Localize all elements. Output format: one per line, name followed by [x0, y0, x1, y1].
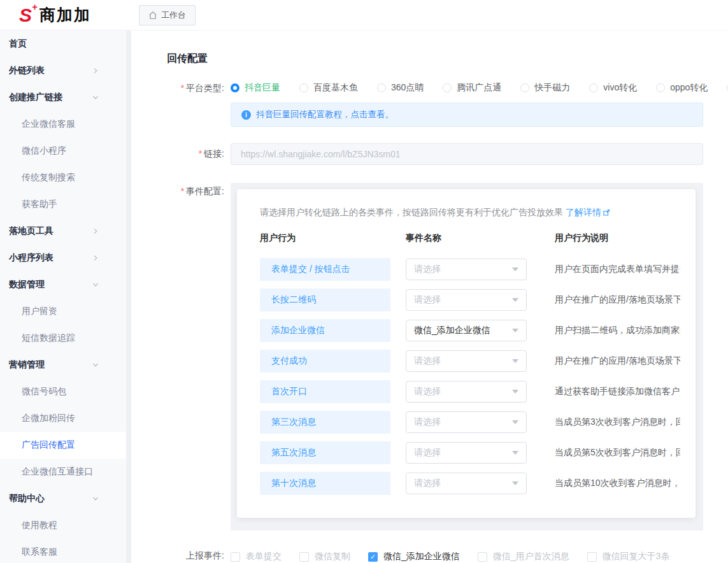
sidebar-item-label: 传统复制搜索 — [22, 172, 75, 183]
behavior-description: 用户扫描二维码，成功添加商家的企业微信 — [555, 325, 680, 336]
platform-radio-3[interactable]: 腾讯广点通 — [443, 82, 501, 94]
sidebar-item-label: 广告回传配置 — [22, 439, 75, 451]
event-select-0[interactable]: 请选择 — [406, 259, 527, 280]
tutorial-alert-text: 抖音巨量回传配置教程，点击查看。 — [256, 109, 394, 120]
event-select-2[interactable]: 微信_添加企业微信 — [406, 320, 527, 341]
sidebar-item-0[interactable]: 首页 — [0, 31, 126, 57]
behavior-description: 用户在页面内完成表单填写并提交 — [555, 264, 680, 275]
checkbox-label: 微信_添加企业微信 — [383, 551, 460, 562]
required-star: * — [181, 186, 184, 196]
checkbox-label: 微信回复大于3条 — [603, 551, 670, 562]
behavior-link-1[interactable]: 长按二维码 — [260, 289, 390, 311]
tab-workbench[interactable]: 工作台 — [139, 5, 196, 25]
behavior-link-4[interactable]: 首次开口 — [260, 380, 390, 403]
behavior-description: 当成员第10次收到客户消息时，回调此事... — [555, 478, 680, 489]
event-select-5[interactable]: 请选择 — [406, 411, 527, 433]
event-config-label: *事件配置: — [167, 183, 224, 531]
learn-more-link[interactable]: 了解详情 — [566, 207, 610, 218]
behavior-link-7[interactable]: 第十次消息 — [260, 472, 390, 495]
event-config-hint: 请选择用户转化链路上的各类事件，按链路回传将更有利于优化广告投放效果 了解详情 — [260, 207, 680, 218]
radio-circle-icon — [377, 83, 386, 92]
sidebar-item-2[interactable]: 创建推广链接 — [0, 84, 126, 111]
sidebar-item-5[interactable]: 传统复制搜索 — [0, 164, 126, 191]
checked-box-icon: ✓ — [368, 552, 378, 562]
sidebar-item-label: 短信数据追踪 — [22, 332, 75, 344]
chevron-down-icon — [92, 495, 99, 502]
event-select-1[interactable]: 请选择 — [406, 289, 527, 311]
event-select-4[interactable]: 请选择 — [406, 381, 527, 403]
behavior-link-0[interactable]: 表单提交 / 按钮点击 — [260, 258, 390, 281]
report-events-label: 上报事件: — [167, 547, 224, 563]
caret-down-icon — [512, 359, 518, 363]
radio-label: 360点睛 — [391, 82, 424, 94]
behavior-link-6[interactable]: 第五次消息 — [260, 441, 390, 464]
sidebar-divider — [126, 31, 131, 563]
platform-radio-1[interactable]: 百度基木鱼 — [299, 82, 358, 94]
logo-s-icon: S+ — [19, 6, 32, 25]
sidebar-item-16[interactable]: 企业微信互通接口 — [0, 459, 126, 485]
chevron-right-icon — [92, 227, 99, 235]
chevron-down-icon — [92, 94, 99, 101]
report-checkbox-0-1[interactable]: 微信复制 — [299, 551, 350, 562]
sidebar-item-6[interactable]: 获客助手 — [0, 191, 126, 218]
chevron-down-icon — [92, 361, 99, 369]
unchecked-box-icon — [587, 552, 597, 562]
radio-circle-icon — [299, 83, 308, 92]
sidebar-item-8[interactable]: 小程序列表 — [0, 245, 126, 271]
tutorial-alert[interactable]: i 抖音巨量回传配置教程，点击查看。 — [231, 103, 703, 127]
platform-radio-6[interactable]: oppo转化 — [656, 82, 708, 94]
logo-title: 商加加 — [39, 4, 91, 25]
radio-circle-icon — [656, 83, 665, 92]
sidebar-item-15[interactable]: 广告回传配置 — [0, 432, 126, 459]
sidebar-item-1[interactable]: 外链列表 — [0, 57, 126, 84]
event-table-row: 首次开口请选择通过获客助手链接添加微信客户后，当微... — [260, 376, 680, 407]
sidebar-item-4[interactable]: 微信小程序 — [0, 138, 126, 164]
sidebar-item-label: 微信号码包 — [22, 386, 66, 397]
event-table-row: 第十次消息请选择当成员第10次收到客户消息时，回调此事... — [260, 468, 680, 499]
sidebar-item-17[interactable]: 帮助中心 — [0, 485, 126, 512]
radio-label: vivo转化 — [603, 82, 637, 94]
event-select-6[interactable]: 请选择 — [406, 442, 527, 464]
event-config-row: *事件配置: 请选择用户转化链路上的各类事件，按链路回传将更有利于优化广告投放效… — [167, 183, 703, 531]
caret-down-icon — [512, 298, 518, 302]
sidebar-item-3[interactable]: 企业微信客服 — [0, 111, 126, 138]
checkbox-label: 微信_用户首次消息 — [493, 551, 569, 562]
platform-radio-2[interactable]: 360点睛 — [377, 82, 424, 94]
sidebar-item-13[interactable]: 微信号码包 — [0, 378, 126, 405]
report-checkbox-0-3[interactable]: 微信_用户首次消息 — [478, 551, 569, 562]
platform-radio-0[interactable]: 抖音巨量 — [231, 82, 280, 94]
report-checkbox-0-4[interactable]: 微信回复大于3条 — [587, 551, 670, 562]
sidebar-item-7[interactable]: 落地页工具 — [0, 218, 126, 245]
sidebar-item-19[interactable]: 联系客服 — [0, 539, 126, 563]
sidebar-item-label: 企业微信互通接口 — [22, 466, 93, 478]
radio-circle-icon — [520, 83, 529, 92]
event-select-3[interactable]: 请选择 — [406, 350, 527, 372]
sidebar-item-10[interactable]: 用户留资 — [0, 298, 126, 325]
radio-circle-icon — [231, 83, 239, 92]
sidebar-item-label: 落地页工具 — [9, 225, 54, 237]
platform-type-label: *平台类型: — [167, 80, 224, 127]
event-select-7[interactable]: 请选择 — [406, 473, 527, 494]
sidebar-item-label: 首页 — [9, 38, 27, 50]
radio-label: oppo转化 — [670, 82, 708, 94]
sidebar-item-label: 微信小程序 — [22, 145, 66, 157]
behavior-link-5[interactable]: 第三次消息 — [260, 411, 390, 434]
chevron-down-icon — [92, 281, 99, 289]
event-select-value: 请选择 — [414, 355, 512, 367]
sidebar-item-14[interactable]: 企微加粉回传 — [0, 405, 126, 432]
sidebar-item-12[interactable]: 营销管理 — [0, 352, 126, 378]
report-checkbox-0-2[interactable]: ✓微信_添加企业微信 — [368, 551, 460, 562]
sidebar-item-18[interactable]: 使用教程 — [0, 512, 126, 539]
report-checkbox-0-0[interactable]: 表单提交 — [231, 551, 282, 562]
platform-type-row: *平台类型: 抖音巨量百度基木鱼360点睛腾讯广点通快手磁力vivo转化oppo… — [167, 80, 703, 127]
sidebar-item-11[interactable]: 短信数据追踪 — [0, 325, 126, 352]
sidebar-item-label: 使用教程 — [22, 520, 57, 531]
platform-radio-5[interactable]: vivo转化 — [589, 82, 637, 94]
event-select-value: 请选择 — [414, 478, 512, 489]
behavior-link-2[interactable]: 添加企业微信 — [260, 319, 390, 342]
platform-radio-4[interactable]: 快手磁力 — [520, 82, 570, 94]
col-behavior-desc: 用户行为说明 — [555, 232, 680, 244]
behavior-link-3[interactable]: 支付成功 — [260, 350, 390, 373]
sidebar-item-9[interactable]: 数据管理 — [0, 271, 126, 298]
event-table-row: 添加企业微信微信_添加企业微信用户扫描二维码，成功添加商家的企业微信 — [260, 315, 680, 346]
